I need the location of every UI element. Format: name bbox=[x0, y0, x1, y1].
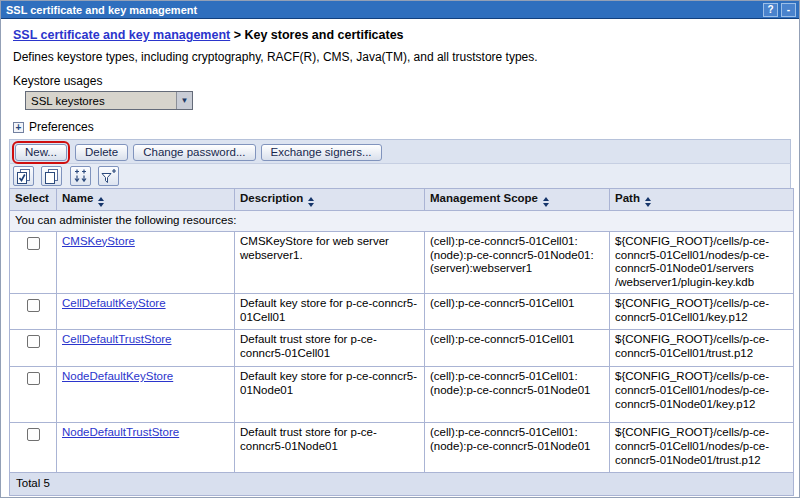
select-cell bbox=[10, 293, 57, 329]
table-header-row: Select Name Description Management Scope… bbox=[10, 189, 794, 211]
column-label-description: Description bbox=[240, 192, 303, 204]
total-count: Total 5 bbox=[10, 472, 794, 495]
change-password-button[interactable]: Change password... bbox=[133, 144, 255, 161]
table-row: NodeDefaultTrustStore Default trust stor… bbox=[10, 422, 794, 472]
name-cell: CellDefaultKeyStore bbox=[57, 293, 235, 329]
select-all-icon[interactable] bbox=[13, 166, 34, 186]
table-subheader-row: You can administer the following resourc… bbox=[10, 211, 794, 232]
scope-cell: (cell):p-ce-conncr5-01Cell01: (node):p-c… bbox=[425, 422, 610, 472]
keystore-link[interactable]: CMSKeyStore bbox=[62, 235, 135, 247]
column-label-path: Path bbox=[615, 192, 640, 204]
breadcrumb-separator: > bbox=[230, 28, 244, 42]
keystore-link[interactable]: NodeDefaultTrustStore bbox=[62, 426, 179, 438]
scope-cell: (cell):p-ce-conncr5-01Cell01 bbox=[425, 293, 610, 329]
column-header-path[interactable]: Path bbox=[610, 189, 794, 211]
delete-button[interactable]: Delete bbox=[75, 144, 128, 161]
preferences-label: Preferences bbox=[29, 120, 94, 134]
icon-band bbox=[9, 163, 791, 188]
table-row: CellDefaultTrustStore Default trust stor… bbox=[10, 329, 794, 366]
show-filter-icon[interactable] bbox=[70, 166, 91, 186]
table-row: CMSKeyStore CMSKeyStore for web server w… bbox=[10, 231, 794, 293]
sort-icon bbox=[645, 197, 651, 207]
table-row: NodeDefaultKeyStore Default key store fo… bbox=[10, 366, 794, 422]
path-cell: ${CONFIG_ROOT}/cells/p-ce-conncr5-01Cell… bbox=[610, 366, 794, 422]
path-cell: ${CONFIG_ROOT}/cells/p-ce-conncr5-01Cell… bbox=[610, 422, 794, 472]
row-checkbox[interactable] bbox=[27, 372, 40, 385]
content-area: SSL certificate and key management > Key… bbox=[1, 19, 799, 496]
select-cell bbox=[10, 366, 57, 422]
keystore-usages-select[interactable]: SSL keystores ▼ bbox=[25, 91, 193, 110]
scope-cell: (cell):p-ce-conncr5-01Cell01: (node):p-c… bbox=[425, 231, 610, 293]
sort-icon bbox=[543, 197, 549, 207]
description-cell: Default key store for p-ce-conncr5-01Nod… bbox=[235, 366, 425, 422]
chevron-down-icon: ▼ bbox=[176, 92, 192, 109]
breadcrumb: SSL certificate and key management > Key… bbox=[13, 28, 791, 42]
keystores-table: Select Name Description Management Scope… bbox=[9, 188, 794, 496]
window-titlebar: SSL certificate and key management ? - bbox=[1, 1, 799, 19]
row-checkbox[interactable] bbox=[27, 335, 40, 348]
name-cell: NodeDefaultKeyStore bbox=[57, 366, 235, 422]
table-subheader-text: You can administer the following resourc… bbox=[10, 211, 794, 232]
help-button[interactable]: ? bbox=[763, 3, 778, 17]
column-header-name[interactable]: Name bbox=[57, 189, 235, 211]
breadcrumb-link-ssl-management[interactable]: SSL certificate and key management bbox=[13, 28, 230, 42]
select-cell bbox=[10, 422, 57, 472]
keystore-link[interactable]: CellDefaultKeyStore bbox=[62, 297, 166, 309]
description-cell: Default trust store for p-ce-conncr5-01N… bbox=[235, 422, 425, 472]
select-cell bbox=[10, 231, 57, 293]
column-label-name: Name bbox=[62, 192, 93, 204]
name-cell: CMSKeyStore bbox=[57, 231, 235, 293]
keystore-link[interactable]: CellDefaultTrustStore bbox=[62, 333, 172, 345]
keystore-usages-selected-value: SSL keystores bbox=[26, 95, 176, 107]
row-checkbox[interactable] bbox=[27, 237, 40, 250]
ssl-management-window: SSL certificate and key management ? - S… bbox=[0, 0, 800, 498]
new-button[interactable]: New... bbox=[15, 144, 67, 161]
path-cell: ${CONFIG_ROOT}/cells/p-ce-conncr5-01Cell… bbox=[610, 293, 794, 329]
minimize-button[interactable]: - bbox=[781, 3, 796, 17]
keystore-usages-section: Keystore usages SSL keystores ▼ bbox=[13, 74, 791, 110]
button-band: New...DeleteChange password...Exchange s… bbox=[9, 139, 791, 163]
keystore-link[interactable]: NodeDefaultKeyStore bbox=[62, 370, 173, 382]
page-description: Defines keystore types, including crypto… bbox=[13, 50, 791, 64]
exchange-signers-button[interactable]: Exchange signers... bbox=[261, 144, 382, 161]
column-header-management-scope[interactable]: Management Scope bbox=[425, 189, 610, 211]
table-toolbar: New...DeleteChange password...Exchange s… bbox=[9, 139, 791, 496]
description-cell: Default trust store for p-ce-conncr5-01C… bbox=[235, 329, 425, 366]
scope-cell: (cell):p-ce-conncr5-01Cell01: (node):p-c… bbox=[425, 366, 610, 422]
path-cell: ${CONFIG_ROOT}/cells/p-ce-conncr5-01Cell… bbox=[610, 329, 794, 366]
row-checkbox[interactable] bbox=[27, 299, 40, 312]
row-checkbox[interactable] bbox=[27, 428, 40, 441]
deselect-all-icon[interactable] bbox=[41, 166, 62, 186]
column-label-management-scope: Management Scope bbox=[430, 192, 538, 204]
sort-icon bbox=[98, 197, 104, 207]
column-label-select: Select bbox=[15, 192, 49, 204]
expand-plus-icon: + bbox=[13, 122, 24, 133]
description-cell: CMSKeyStore for web server webserver1. bbox=[235, 231, 425, 293]
name-cell: NodeDefaultTrustStore bbox=[57, 422, 235, 472]
select-cell bbox=[10, 329, 57, 366]
sort-icon bbox=[308, 197, 314, 207]
table-footer-row: Total 5 bbox=[10, 472, 794, 495]
table-row: CellDefaultKeyStore Default key store fo… bbox=[10, 293, 794, 329]
window-title: SSL certificate and key management bbox=[6, 4, 760, 16]
breadcrumb-current: Key stores and certificates bbox=[244, 28, 403, 42]
preferences-toggle[interactable]: + Preferences bbox=[13, 120, 791, 134]
keystore-usages-label: Keystore usages bbox=[13, 74, 791, 88]
column-header-select: Select bbox=[10, 189, 57, 211]
path-cell: ${CONFIG_ROOT}/cells/p-ce-conncr5-01Cell… bbox=[610, 231, 794, 293]
scope-cell: (cell):p-ce-conncr5-01Cell01 bbox=[425, 329, 610, 366]
clear-filter-icon[interactable] bbox=[98, 166, 119, 186]
name-cell: CellDefaultTrustStore bbox=[57, 329, 235, 366]
column-header-description[interactable]: Description bbox=[235, 189, 425, 211]
description-cell: Default key store for p-ce-conncr5-01Cel… bbox=[235, 293, 425, 329]
